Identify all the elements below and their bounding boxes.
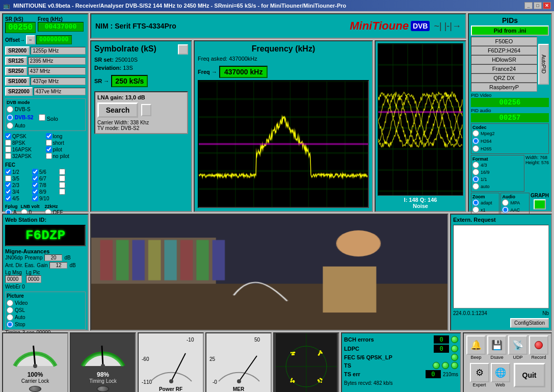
format-43-radio[interactable]	[472, 162, 479, 168]
mpeg2-radio[interactable]	[472, 130, 479, 137]
fec-9-10[interactable]	[32, 195, 38, 201]
hdlowsr-preset[interactable]: HDlowSR	[471, 55, 537, 64]
16apsk-checkbox[interactable]	[5, 146, 11, 152]
gain-input[interactable]	[49, 262, 67, 269]
pilot-label: pilot	[53, 147, 62, 152]
fec-5-6[interactable]	[32, 169, 38, 175]
sr250-button[interactable]: SR250	[5, 67, 27, 75]
sr125-row: SR125 2395 MHz	[5, 57, 86, 65]
beep-button[interactable]: 🔔	[466, 335, 486, 355]
svg-text:25: 25	[209, 356, 216, 362]
fec-3-5[interactable]	[5, 175, 11, 181]
sr125-button[interactable]: SR125	[5, 57, 27, 65]
udp-button[interactable]: 📡	[508, 335, 527, 355]
f6dzp-preset[interactable]: F6DZP:H264	[471, 46, 537, 55]
long-checkbox[interactable]	[46, 133, 52, 139]
app-title: MINITIOUNE v0.9beta - Receiver/Analyser …	[13, 3, 346, 9]
search-button[interactable]: Search	[97, 102, 138, 118]
france24-preset[interactable]: France24	[471, 64, 537, 73]
callsign-text: Migne-Auxances	[5, 248, 86, 254]
record-button[interactable]	[529, 335, 548, 355]
maximize-button[interactable]: □	[534, 2, 542, 9]
8psk-checkbox[interactable]	[5, 140, 11, 146]
aac-radio[interactable]	[502, 206, 509, 213]
sr2000-button[interactable]: SR2000	[5, 46, 30, 55]
fec-2-3[interactable]	[5, 182, 11, 188]
qpsk-checkbox[interactable]	[5, 133, 11, 139]
minimize-button[interactable]: _	[524, 2, 533, 9]
short-checkbox[interactable]	[46, 140, 52, 146]
expert-button[interactable]: ⚙	[470, 363, 489, 382]
fec-6-7[interactable]	[32, 175, 38, 181]
action-row-2: ⚙ Expert 🌐 Web Quit	[466, 363, 549, 387]
solo-checkbox[interactable]	[39, 114, 45, 121]
zoom-x1-radio[interactable]	[472, 206, 479, 213]
search-flag-button[interactable]	[141, 104, 151, 116]
dvbs2-radio[interactable]	[7, 114, 13, 121]
sr1000-button[interactable]: SR1000	[5, 77, 30, 86]
h264-radio[interactable]	[472, 138, 479, 144]
ant-label: Ant. Dir. Eas.	[5, 263, 35, 268]
mpeg2-label: Mpeg2	[481, 131, 495, 136]
qsl-radio[interactable]	[7, 307, 13, 313]
format-auto-radio[interactable]	[472, 183, 479, 190]
weber-row: WebEr 0	[5, 284, 86, 290]
pid-from-ini-button[interactable]: Pid from .ini	[471, 25, 549, 36]
sr2000-freq: 1255p MHz	[31, 47, 86, 55]
left-panel: SR (kS) 00250 Freq (kHz) 00437000 Offset…	[2, 13, 89, 212]
format-title: Format	[472, 156, 523, 162]
quit-button[interactable]: Quit	[514, 363, 545, 387]
preamp-input[interactable]	[44, 254, 62, 261]
lgpic-value: 0000	[26, 275, 41, 283]
symbolrate-help-button[interactable]	[178, 44, 188, 55]
pilot-checkbox[interactable]	[46, 146, 52, 152]
lnb-label: LNB volt	[21, 204, 42, 209]
close-button[interactable]: ✕	[543, 2, 551, 9]
sr22000-button[interactable]: SR22000	[5, 87, 33, 96]
app-icon: 📺	[3, 3, 10, 9]
extern-title: Extern. Request	[453, 217, 549, 223]
qpsk-label: QPSK	[12, 134, 27, 139]
autopid-button[interactable]: AutoPID	[538, 44, 549, 85]
qrzdx-preset[interactable]: QRZ DX	[471, 73, 537, 83]
nopilot-label: no pilot	[53, 153, 69, 159]
32apsk-checkbox[interactable]	[5, 153, 11, 159]
fec-1-2[interactable]	[5, 169, 11, 175]
auto-radio[interactable]	[7, 122, 13, 129]
auto-pic-radio[interactable]	[7, 314, 13, 321]
dsave-button[interactable]: 💾	[487, 335, 507, 355]
gain-label2: Gain	[37, 263, 47, 268]
f50eo-preset[interactable]: F50EO	[471, 37, 537, 46]
sr22000-freq: 437ve MHz	[34, 88, 86, 95]
mpa-radio[interactable]	[502, 199, 509, 206]
timing-indicator	[97, 386, 109, 392]
h265-label: H265	[481, 146, 492, 151]
fec-8-9[interactable]	[32, 189, 38, 195]
raspberryp-preset[interactable]: RaspberryP	[471, 83, 537, 92]
format-169-radio[interactable]	[472, 169, 479, 175]
nopilot-checkbox[interactable]	[46, 153, 52, 159]
svg-text:50: 50	[254, 337, 260, 343]
bch-panel: BCH errors 0 LDPC 0 FEC 5/6 QPSK_LP TS	[341, 332, 461, 392]
extern-input-area[interactable]	[453, 225, 549, 308]
fec-4-5[interactable]	[5, 195, 11, 201]
ts-led1	[433, 362, 440, 369]
lgmsg-value: 0000	[5, 275, 22, 283]
web-button[interactable]: 🌐	[491, 363, 510, 382]
timing-led	[97, 386, 109, 392]
zoom-adapt-radio[interactable]	[472, 199, 479, 206]
config-station-button[interactable]: ConfigStation	[510, 318, 549, 328]
fec-section: FEC 1/2 5/6 3/5 6/7 2/3 7/8 3/4 8/9 4/5 …	[5, 162, 86, 201]
carrier-lock-panel: 100% Carrier Lock	[2, 332, 68, 392]
fec-3-4[interactable]	[5, 189, 11, 195]
dvbs-radio[interactable]	[7, 106, 13, 113]
h265-radio[interactable]	[472, 145, 479, 152]
stop-radio[interactable]	[7, 321, 13, 328]
32apsk-label: 32APSK	[12, 153, 32, 159]
format-11-radio[interactable]	[472, 176, 479, 182]
graph-button[interactable]	[534, 199, 546, 210]
offset-minus-button[interactable]: −	[26, 35, 35, 44]
fec-7-8[interactable]	[32, 182, 38, 188]
video-radio[interactable]	[7, 300, 13, 306]
nim-colon: :	[111, 22, 115, 30]
